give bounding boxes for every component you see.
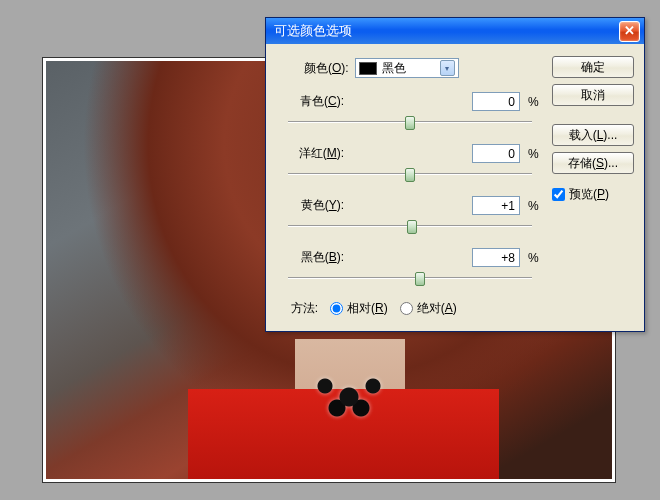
close-button[interactable]: ✕ bbox=[619, 21, 640, 42]
percent-label: % bbox=[528, 95, 542, 109]
method-absolute-radio[interactable]: 绝对(A) bbox=[400, 300, 457, 317]
relative-radio-input[interactable] bbox=[330, 302, 343, 315]
color-dropdown[interactable]: 黑色 ▾ bbox=[355, 58, 459, 78]
selective-color-dialog: 可选颜色选项 ✕ 颜色(O): 黑色 ▾ 青色(C): % bbox=[265, 17, 645, 332]
cyan-label: 青色(C): bbox=[278, 93, 344, 110]
yellow-slider-thumb[interactable] bbox=[407, 220, 417, 234]
chevron-down-icon: ▾ bbox=[440, 60, 455, 76]
color-swatch bbox=[359, 62, 377, 75]
magenta-slider-thumb[interactable] bbox=[405, 168, 415, 182]
magenta-slider-group: 洋红(M): % bbox=[278, 144, 542, 182]
cyan-input[interactable] bbox=[472, 92, 520, 111]
close-icon: ✕ bbox=[624, 23, 635, 38]
absolute-radio-input[interactable] bbox=[400, 302, 413, 315]
cyan-slider-track[interactable] bbox=[288, 114, 532, 130]
cyan-slider-thumb[interactable] bbox=[405, 116, 415, 130]
black-label: 黑色(B): bbox=[278, 249, 344, 266]
dialog-titlebar[interactable]: 可选颜色选项 ✕ bbox=[266, 18, 644, 44]
dialog-title: 可选颜色选项 bbox=[274, 18, 352, 44]
magenta-label: 洋红(M): bbox=[278, 145, 344, 162]
cancel-button[interactable]: 取消 bbox=[552, 84, 634, 106]
method-label: 方法: bbox=[278, 300, 318, 317]
yellow-input[interactable] bbox=[472, 196, 520, 215]
preview-checkbox-input[interactable] bbox=[552, 188, 565, 201]
yellow-slider-track[interactable] bbox=[288, 218, 532, 234]
magenta-slider-track[interactable] bbox=[288, 166, 532, 182]
ok-button[interactable]: 确定 bbox=[552, 56, 634, 78]
yellow-label: 黄色(Y): bbox=[278, 197, 344, 214]
color-value: 黑色 bbox=[382, 60, 406, 77]
color-label: 颜色(O): bbox=[304, 60, 349, 77]
black-slider-track[interactable] bbox=[288, 270, 532, 286]
load-button[interactable]: 载入(L)... bbox=[552, 124, 634, 146]
cyan-slider-group: 青色(C): % bbox=[278, 92, 542, 130]
magenta-input[interactable] bbox=[472, 144, 520, 163]
black-slider-group: 黑色(B): % bbox=[278, 248, 542, 286]
black-input[interactable] bbox=[472, 248, 520, 267]
method-relative-radio[interactable]: 相对(R) bbox=[330, 300, 388, 317]
save-button[interactable]: 存储(S)... bbox=[552, 152, 634, 174]
photo-necklace bbox=[289, 364, 409, 419]
preview-checkbox[interactable]: 预览(P) bbox=[552, 186, 634, 203]
black-slider-thumb[interactable] bbox=[415, 272, 425, 286]
yellow-slider-group: 黄色(Y): % bbox=[278, 196, 542, 234]
